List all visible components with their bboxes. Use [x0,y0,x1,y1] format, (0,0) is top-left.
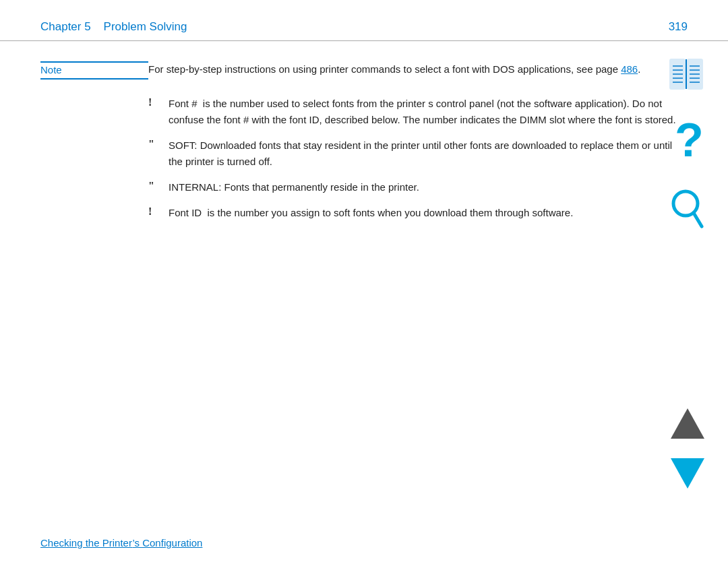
list-item: " INTERNAL: Fonts that permanently resid… [148,179,688,195]
svg-marker-17 [671,458,704,489]
note-label: Note [40,61,148,80]
bullet-marker-4: ! [148,205,169,218]
footer-suffix: ’s Configuration [132,537,202,549]
footer-link[interactable]: Checking the Printer’s Configuration [40,537,202,549]
svg-marker-16 [671,408,704,439]
right-icons-panel: ? [665,54,708,234]
content-area: Note For step-by-step instructions on us… [0,55,728,221]
svg-text:?: ? [675,117,703,164]
down-arrow-button[interactable] [667,455,708,495]
chapter-title: Problem Solving [104,20,187,33]
note-link[interactable]: 486 [621,63,638,75]
bullet-text-4: Font ID is the number you assign to soft… [169,205,573,221]
svg-line-15 [694,213,702,226]
nav-arrows [667,405,708,495]
page-number: 319 [669,20,688,34]
note-text: For step-by-step instructions on using p… [148,61,640,77]
magnifier-icon[interactable] [667,187,706,234]
chapter-label: Chapter 5 [40,20,91,33]
note-body-text: For step-by-step instructions on using p… [148,63,621,75]
list-item: " SOFT: Downloaded fonts that stay resid… [148,137,688,170]
chapter-heading: Chapter 5 Problem Solving [40,20,187,34]
footer-text: Checking the Printer [40,537,132,549]
list-item: ! Font ID is the number you assign to so… [148,205,688,221]
page-header: Chapter 5 Problem Solving 319 [0,0,728,41]
note-section: Note For step-by-step instructions on us… [40,55,688,80]
bullet-marker-2: " [148,137,169,150]
bullet-marker-1: ! [148,96,169,108]
bullet-text-3: INTERNAL: Fonts that permanently reside … [169,179,419,195]
book-icon[interactable] [665,54,708,97]
bullet-marker-3: " [148,179,169,192]
up-arrow-button[interactable] [667,405,708,445]
footer: Checking the Printer’s Configuration [40,537,202,549]
bullet-text-2: SOFT: Downloaded fonts that stay residen… [169,137,688,170]
list-item: ! Font # is the number used to select fo… [148,96,688,128]
bullet-text-1: Font # is the number used to select font… [169,96,688,128]
bullet-section: ! Font # is the number used to select fo… [148,96,688,221]
question-icon[interactable]: ? [669,117,703,167]
